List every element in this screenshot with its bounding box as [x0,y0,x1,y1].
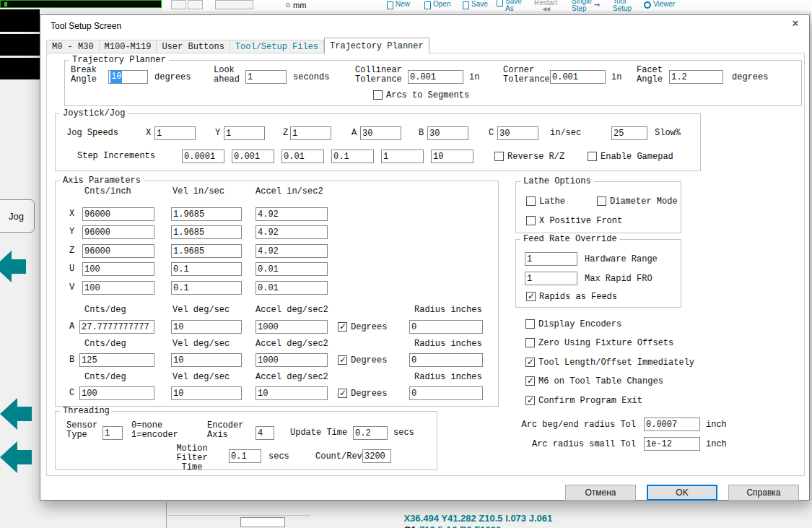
ok-button[interactable]: OK [647,485,717,501]
background-field[interactable] [240,517,285,527]
arc-beg-end-radius-tol-input[interactable] [644,417,700,431]
diameter-mode-checkbox[interactable]: Diameter Mode [597,196,678,207]
tab-m100-m119[interactable]: M100-M119 [100,40,157,53]
c-accel-input[interactable] [256,386,328,400]
toolbar-wide-button[interactable] [215,0,253,9]
jog-speed-x-input[interactable] [154,126,196,140]
jog-speed-c-input[interactable] [497,126,538,140]
dialog-titlebar[interactable]: Tool Setup Screen ✕ [40,15,809,37]
jog-speed-y-input[interactable] [224,126,265,140]
u-accel-input[interactable] [256,262,328,276]
a-cnts-input[interactable] [79,320,154,334]
b-cnts-input[interactable] [79,353,154,367]
toolbar-restart-button[interactable]: Restart ◀◀ [534,0,557,12]
u-cnts-input[interactable] [82,262,154,276]
v-cnts-input[interactable] [82,281,154,295]
arcs-to-segments-checkbox[interactable]: Arcs to Segments [373,90,469,100]
checkbox-box [525,319,535,329]
jog-speed-b-input[interactable] [427,126,468,140]
toolbar-small-button[interactable] [171,0,186,9]
a-degrees-checkbox[interactable]: Degrees [338,321,387,332]
update-time-input[interactable] [353,426,388,440]
count-rev-input[interactable] [362,449,391,463]
z-accel-input[interactable] [256,244,328,258]
corner-tolerance-input[interactable] [550,70,606,84]
z-cnts-input[interactable] [82,244,154,258]
a-vel-input[interactable] [171,320,242,334]
c-degrees-checkbox[interactable]: Degrees [338,388,387,399]
step-increment-6-input[interactable] [431,150,473,163]
a-radius-input[interactable] [409,320,483,334]
c-cnts-input[interactable] [79,386,154,400]
axis-letter: B [69,355,74,365]
a-accel-input[interactable] [256,320,328,334]
sensor-type-input[interactable] [102,426,123,440]
step-increment-4-input[interactable] [331,150,374,163]
toolbar-single-step-button[interactable]: Single Step [572,0,600,12]
arc-radius-small-tol-input[interactable] [644,437,700,451]
cancel-button[interactable]: Отмена [565,485,636,501]
reverse-rz-checkbox[interactable]: Reverse R/Z [494,151,564,162]
m6-on-tool-table-changes-checkbox[interactable]: M6 on Tool Table Changes [525,376,663,386]
b-accel-input[interactable] [256,353,328,367]
jog-speed-z-input[interactable] [290,126,331,140]
step-increment-3-input[interactable] [281,150,324,163]
c-vel-input[interactable] [171,386,242,400]
confirm-program-exit-checkbox[interactable]: Confirm Program Exit [525,395,642,406]
help-button[interactable]: Справка [728,485,799,501]
toolbar-viewer-button[interactable]: Viewer [644,1,675,9]
facet-angle-input[interactable] [669,70,723,84]
enable-gamepad-checkbox[interactable]: Enable Gamepad [588,151,673,162]
tab-m0-m30[interactable]: M0 - M30 [46,40,100,53]
v-accel-input[interactable] [256,281,328,295]
encoder-axis-input[interactable] [256,426,274,440]
collinear-tolerance-label: Collinear Tolerance [355,66,402,85]
col-header-radius: Radius inches [414,339,482,349]
display-encoders-checkbox[interactable]: Display Encoders [525,319,621,329]
toolbar-new-button[interactable]: New [387,1,410,9]
x-positive-front-checkbox[interactable]: X Positive Front [526,215,622,226]
tab-trajectory-planner[interactable]: Trajectory Planner [324,38,429,53]
jog-left-arrow-button[interactable] [0,251,27,282]
tab-user-buttons[interactable]: User Buttons [157,40,230,53]
b-vel-input[interactable] [171,353,242,367]
tab-tool-setup-files[interactable]: Tool/Setup Files [230,40,324,53]
x-cnts-input[interactable] [82,207,154,221]
close-button[interactable]: ✕ [786,18,805,34]
max-rapid-fro-input[interactable] [525,272,577,285]
x-vel-input[interactable] [171,207,242,221]
b-radius-input[interactable] [409,353,483,367]
units-indicator[interactable]: mm [286,1,306,9]
look-ahead-input[interactable] [245,70,287,84]
y-accel-input[interactable] [256,225,328,239]
break-angle-input[interactable]: 10 [108,70,148,84]
toolbar-open-button[interactable]: Open [424,1,450,9]
v-vel-input[interactable] [171,281,242,295]
jog-left-arrow-button[interactable] [0,441,33,473]
z-vel-input[interactable] [171,244,242,258]
x-accel-input[interactable] [256,207,328,221]
u-vel-input[interactable] [171,262,242,276]
zero-using-fixture-offsets-checkbox[interactable]: Zero Using Fixture Offsets [525,337,673,348]
lathe-checkbox[interactable]: Lathe [526,196,565,207]
y-vel-input[interactable] [171,225,242,239]
c-radius-input[interactable] [409,386,483,400]
jog-tab-button[interactable]: Jog [0,199,35,233]
jog-left-arrow-button[interactable] [0,398,33,430]
tool-length-offset-immediately-checkbox[interactable]: Tool Length/Offset Immediately [525,357,694,368]
step-increment-1-input[interactable] [182,150,224,163]
toolbar-tool-setup-button[interactable]: Tool Setup [613,0,632,12]
toolbar-save-button[interactable]: Save [463,1,488,9]
step-increment-2-input[interactable] [232,150,274,163]
y-cnts-input[interactable] [82,225,154,239]
toolbar-small-button[interactable] [188,0,203,9]
collinear-tolerance-input[interactable] [408,70,463,84]
motion-filter-time-input[interactable] [229,449,261,463]
rapids-as-feeds-checkbox[interactable]: Rapids as Feeds [526,291,617,302]
b-degrees-checkbox[interactable]: Degrees [338,355,387,365]
step-increment-5-input[interactable] [381,150,424,163]
jog-speed-a-input[interactable] [360,126,401,140]
slow-percent-input[interactable] [611,126,647,140]
toolbar-save-as-button[interactable]: Save As [497,0,522,12]
hardware-range-input[interactable] [525,252,577,266]
